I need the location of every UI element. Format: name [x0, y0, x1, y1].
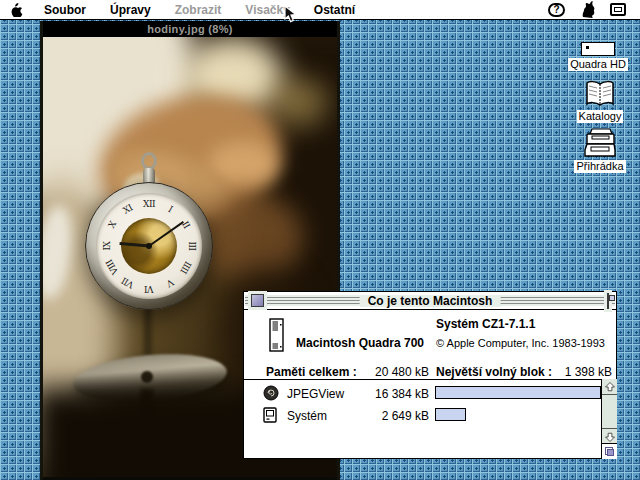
separator [244, 379, 616, 380]
pocket-watch: XII I II III IIII V VI VII VIII IX X XI [85, 182, 213, 310]
watch-numeral: V [165, 277, 175, 288]
watch-numeral: XI [122, 203, 134, 215]
open-book-icon [584, 80, 616, 108]
watch-stem [144, 305, 152, 359]
hard-disk-icon [581, 42, 615, 56]
about-window-title: Co je tento Macintosh [360, 295, 501, 307]
monitor-glyph [610, 3, 626, 16]
watch-numeral: IIII [178, 259, 192, 274]
memory-bar [435, 408, 466, 421]
scroll-down-arrow-icon[interactable] [602, 428, 617, 444]
process-row-system[interactable]: Systém 2 649 kB [244, 406, 616, 426]
watch-center-pin [146, 243, 152, 249]
desktop: Soubor Úpravy Zobrazit Visačky Ostatní ?… [0, 0, 640, 480]
process-row-jpegview[interactable]: JPEGView 16 384 kB [244, 384, 616, 404]
largest-block-value: 1 398 kB [532, 365, 612, 379]
watch-numeral: I [166, 205, 173, 214]
watch-numeral: III [187, 241, 196, 250]
watch-numeral: IX [103, 242, 112, 251]
menu-bar: Soubor Úpravy Zobrazit Visačky Ostatní ? [0, 0, 640, 20]
watch-numeral: X [107, 220, 118, 230]
quadra-tower-icon [269, 318, 285, 355]
icon-label: Přihrádka [574, 160, 625, 173]
close-box[interactable] [251, 294, 264, 307]
resize-grow-box[interactable] [601, 443, 617, 459]
process-name: Systém [287, 409, 327, 423]
grow-icon [607, 449, 614, 456]
mouse-cursor-arrow-icon [284, 5, 297, 28]
menu-item-soubor[interactable]: Soubor [39, 3, 91, 17]
process-size: 16 384 kB [344, 387, 429, 401]
about-window-titlebar[interactable]: Co je tento Macintosh [244, 292, 616, 310]
watch-numeral: VIII [105, 258, 120, 276]
scroll-up-arrow-icon[interactable] [602, 379, 617, 395]
about-window: Co je tento Macintosh Macintosh Quadra 7… [243, 291, 617, 459]
bokeh-highlight [268, 77, 328, 127]
icon-label: Katalogy [577, 110, 624, 123]
memory-bar [435, 386, 601, 399]
menu-item-zobrazit: Zobrazit [170, 3, 227, 17]
desktop-icon-katalogy[interactable]: Katalogy [572, 80, 628, 123]
watch-numeral: VII [120, 275, 135, 289]
jpegview-app-menu-icon[interactable] [579, 1, 596, 18]
machine-name: Macintosh Quadra 700 [296, 336, 424, 350]
help-question-glyph: ? [548, 3, 565, 17]
application-menu-icon[interactable] [610, 3, 626, 16]
process-size: 2 649 kB [344, 409, 429, 423]
desktop-icon-quadra-hd[interactable]: Quadra HD [570, 42, 626, 71]
jpegview-app-icon [263, 385, 279, 404]
memory-total-value: 20 480 kB [344, 365, 429, 379]
menu-item-ostatni[interactable]: Ostatní [309, 3, 360, 17]
apple-menu-icon[interactable] [10, 2, 23, 17]
copyright-line: © Apple Computer, Inc. 1983-1993 [436, 337, 605, 349]
watch-hinge [141, 371, 153, 383]
printer-tray-icon [583, 128, 617, 158]
watch-numeral: XII [143, 200, 155, 209]
menu-item-upravy[interactable]: Úpravy [105, 3, 156, 17]
system-mac-icon [263, 407, 277, 426]
system-version: Systém CZ1-7.1.1 [436, 317, 535, 331]
zoom-box[interactable] [607, 293, 609, 309]
balloon-help-icon[interactable]: ? [548, 3, 565, 17]
watch-numeral: VI [144, 284, 153, 293]
process-name: JPEGView [287, 387, 344, 401]
scrollbar[interactable] [601, 379, 617, 444]
icon-label: Quadra HD [568, 58, 628, 71]
desktop-icon-prihradka[interactable]: Přihrádka [570, 128, 630, 173]
